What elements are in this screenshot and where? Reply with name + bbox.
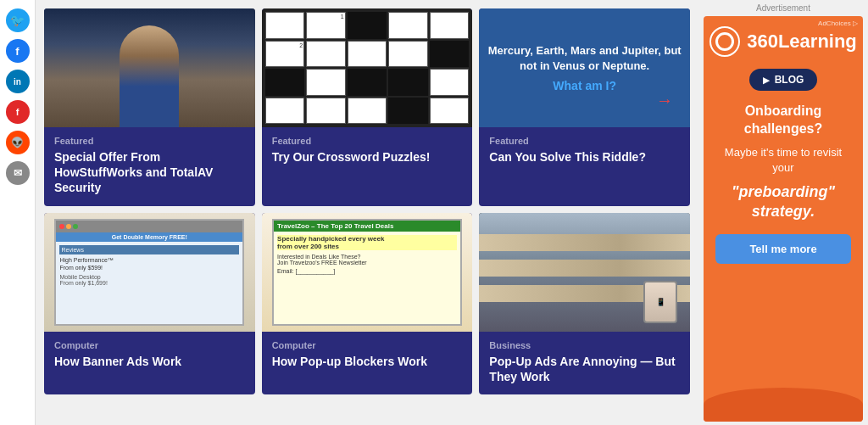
cw-cell-black: [388, 98, 428, 125]
maximize-btn: [73, 224, 78, 229]
linkedin-icon[interactable]: in: [6, 70, 30, 93]
shelf-2: [479, 260, 690, 277]
card-text-1: Featured Special Offer From HowStuffWork…: [44, 127, 255, 206]
card-image-1: [44, 8, 255, 127]
browser-content: Reviews High Performance™From only $599!…: [56, 242, 242, 324]
popup-screen: TravelZoo – The Top 20 Travel Deals Spec…: [272, 219, 462, 326]
card-title-2: Try Our Crossword Puzzles!: [272, 149, 463, 165]
card-crossword[interactable]: 1 2: [262, 8, 473, 206]
browser-screen: Get Double Memory FREE! Reviews High Per…: [54, 219, 244, 326]
shelf-1: [479, 234, 690, 251]
cw-cell: [348, 41, 387, 68]
cw-cell: [388, 41, 428, 68]
cw-cell-black: [348, 12, 387, 39]
ad-logo-circle: [709, 26, 740, 57]
card-title-5: How Pop-up Blockers Work: [272, 354, 463, 369]
card-riddle[interactable]: Mercury, Earth, Mars and Jupiter, but no…: [479, 8, 690, 206]
riddle-answer-text: What am I?: [553, 79, 616, 92]
card-special-offer[interactable]: Featured Special Offer From HowStuffWork…: [44, 8, 255, 206]
cw-cell: 2: [265, 41, 305, 68]
ad-blog-button[interactable]: ▶ BLOG: [749, 69, 818, 91]
logo-inner-ring: [715, 32, 734, 51]
popup-content: Specially handpicked every weekfrom over…: [274, 232, 460, 324]
cw-cell: [430, 12, 470, 39]
reddit-icon[interactable]: 👽: [6, 131, 30, 154]
card-popup-ads[interactable]: 📱 Business Pop-Up Ads Are Annoying — But…: [479, 213, 690, 394]
card-image-5: TravelZoo – The Top 20 Travel Deals Spec…: [262, 213, 473, 332]
card-title-1: Special Offer From HowStuffWorks and Tot…: [54, 149, 245, 196]
ad-sidebar: Advertisement AdChoices ▷ 360Learning ▶ …: [698, 0, 868, 425]
social-sidebar: 🐦 f in f 👽 ✉: [0, 0, 36, 425]
cw-cell: [306, 41, 346, 68]
card-popup-blockers[interactable]: TravelZoo – The Top 20 Travel Deals Spec…: [262, 213, 473, 394]
card-text-3: Featured Can You Solve This Riddle?: [479, 127, 690, 206]
cw-cell: [265, 98, 305, 125]
crossword-grid: 1 2: [262, 8, 473, 127]
card-image-2: 1 2: [262, 8, 473, 127]
ad-brand-name: 360Learning: [747, 31, 857, 53]
ad-logo-row: 360Learning: [709, 26, 857, 57]
person-image: [44, 8, 255, 127]
cw-cell-black: [265, 69, 305, 96]
cards-grid: Featured Special Offer From HowStuffWork…: [44, 8, 690, 394]
card-category-1: Featured: [54, 136, 245, 146]
ad-quote: "preboarding" strategy.: [715, 182, 851, 222]
cw-cell: [348, 98, 387, 125]
card-category-3: Featured: [489, 136, 680, 146]
person-silhouette: [120, 25, 179, 127]
banner-ad-image: Get Double Memory FREE! Reviews High Per…: [44, 213, 255, 332]
main-content: Featured Special Offer From HowStuffWork…: [36, 0, 698, 425]
card-text-5: Computer How Pop-up Blockers Work: [262, 332, 473, 394]
blog-label: BLOG: [775, 74, 804, 86]
card-category-5: Computer: [272, 340, 463, 350]
tablet-device: 📱: [643, 281, 677, 323]
riddle-image: Mercury, Earth, Mars and Jupiter, but no…: [479, 8, 690, 127]
browser-bar: [56, 221, 242, 232]
store-image: 📱: [479, 213, 690, 332]
card-text-4: Computer How Banner Ads Work: [44, 332, 255, 394]
cw-cell: [306, 69, 346, 96]
ad-choices-label[interactable]: AdChoices ▷: [818, 20, 858, 27]
riddle-arrow-icon: →: [656, 91, 673, 110]
ad-label: Advertisement: [704, 3, 863, 13]
card-image-4: Get Double Memory FREE! Reviews High Per…: [44, 213, 255, 332]
ad-cta-button[interactable]: Tell me more: [715, 234, 851, 264]
minimize-btn: [66, 224, 71, 229]
ad-container: AdChoices ▷ 360Learning ▶ BLOG Onboardin…: [704, 16, 863, 422]
cw-cell-black: [430, 41, 470, 68]
cw-cell: [265, 12, 305, 39]
riddle-body-text: Mercury, Earth, Mars and Jupiter, but no…: [487, 43, 682, 74]
cw-cell: [388, 12, 428, 39]
card-text-2: Featured Try Our Crossword Puzzles!: [262, 127, 473, 206]
card-banner-ads[interactable]: Get Double Memory FREE! Reviews High Per…: [44, 213, 255, 394]
ad-banner-strip: Get Double Memory FREE!: [56, 232, 242, 242]
cw-cell: 1: [306, 12, 346, 39]
card-image-3: Mercury, Earth, Mars and Jupiter, but no…: [479, 8, 690, 127]
cw-cell: [430, 69, 470, 96]
cw-cell: [306, 98, 346, 125]
blog-icon: ▶: [763, 75, 770, 85]
flipboard-icon[interactable]: f: [6, 100, 30, 124]
ad-headline: Onboarding challenges?: [715, 103, 851, 138]
card-category-6: Business: [489, 340, 680, 350]
ad-subtext: Maybe it's time to revisit your: [715, 145, 851, 176]
popup-header: TravelZoo – The Top 20 Travel Deals: [274, 221, 460, 232]
facebook-icon[interactable]: f: [6, 39, 30, 63]
card-image-6: 📱: [479, 213, 690, 332]
store-aisle: 📱: [479, 213, 690, 332]
close-btn: [59, 224, 64, 229]
card-category-2: Featured: [272, 136, 463, 146]
card-title-3: Can You Solve This Riddle?: [489, 149, 680, 165]
card-title-4: How Banner Ads Work: [54, 354, 245, 369]
email-icon[interactable]: ✉: [6, 161, 30, 185]
card-category-4: Computer: [54, 340, 245, 350]
card-text-6: Business Pop-Up Ads Are Annoying — But T…: [479, 332, 690, 394]
twitter-icon[interactable]: 🐦: [6, 8, 30, 32]
ad-wave-decoration: [704, 388, 863, 422]
cw-cell: [430, 98, 470, 125]
cw-cell-black: [348, 69, 387, 96]
cw-cell-black: [388, 69, 428, 96]
card-title-6: Pop-Up Ads Are Annoying — But They Work: [489, 354, 680, 384]
popup-image: TravelZoo – The Top 20 Travel Deals Spec…: [262, 213, 473, 332]
